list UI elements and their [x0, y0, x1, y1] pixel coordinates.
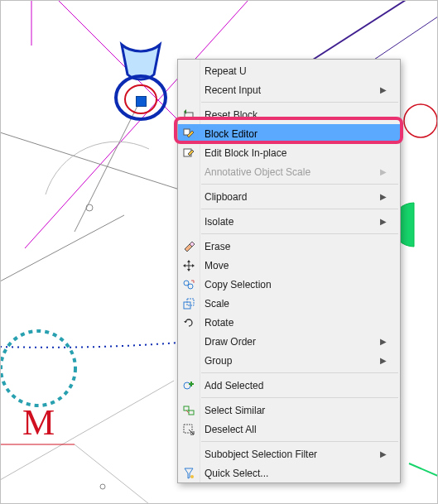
- block-editor-icon: [182, 127, 195, 141]
- menu-item-repeat-u[interactable]: Repeat U: [178, 61, 400, 80]
- svg-point-13: [1, 331, 75, 406]
- menu-item-label: Erase: [205, 241, 387, 252]
- svg-rect-28: [184, 406, 189, 410]
- svg-rect-29: [189, 410, 194, 415]
- menu-item-label: Block Editor: [205, 128, 387, 140]
- menu-item-erase[interactable]: Erase: [178, 237, 400, 256]
- move-icon: [182, 259, 195, 272]
- menu-item-label: Quick Select...: [205, 468, 387, 479]
- menu-item-label: Draw Order: [205, 336, 375, 348]
- menu-separator: [201, 184, 398, 185]
- scale-icon: [182, 297, 195, 310]
- menu-item-quick-select[interactable]: Quick Select...: [178, 463, 400, 482]
- menu-item-label: Rotate: [205, 317, 387, 329]
- block-letter-m: M: [22, 402, 55, 443]
- menu-item-scale[interactable]: Scale: [178, 294, 400, 313]
- menu-item-deselect-all[interactable]: Deselect All: [178, 420, 400, 439]
- menu-item-label: Edit Block In-place: [205, 147, 387, 159]
- menu-item-label: Annotative Object Scale: [205, 166, 375, 178]
- copy-selection-icon: [182, 278, 195, 291]
- svg-point-12: [404, 104, 437, 137]
- menu-item-add-selected[interactable]: Add Selected: [178, 376, 400, 395]
- reset-block-icon: [182, 108, 195, 122]
- menu-item-label: Group: [205, 355, 375, 367]
- menu-item-draw-order[interactable]: Draw Order▶: [178, 332, 400, 351]
- menu-item-label: Deselect All: [205, 424, 387, 435]
- menu-item-copy-selection[interactable]: Copy Selection: [178, 275, 400, 294]
- menu-item-label: Isolate: [205, 216, 375, 228]
- rotate-icon: [182, 316, 195, 329]
- menu-item-label: Move: [205, 260, 387, 271]
- menu-separator: [201, 372, 398, 373]
- menu-separator: [201, 209, 398, 209]
- cad-viewport[interactable]: M Repeat URecent Input▶Reset BlockBlock …: [0, 0, 438, 504]
- menu-item-label: Scale: [205, 298, 387, 310]
- menu-item-rotate[interactable]: Rotate: [178, 313, 400, 332]
- svg-line-17: [409, 463, 438, 476]
- menu-item-move[interactable]: Move: [178, 256, 400, 275]
- svg-point-24: [188, 284, 193, 289]
- add-selected-icon: [182, 379, 195, 392]
- submenu-arrow-icon: ▶: [380, 337, 387, 346]
- edit-in-place-icon: [182, 146, 195, 160]
- menu-separator: [201, 233, 398, 234]
- svg-line-6: [0, 215, 124, 281]
- menu-item-label: Select Similar: [205, 405, 387, 416]
- deselect-all-icon: [182, 423, 195, 436]
- quick-select-icon: [182, 467, 195, 480]
- menu-item-subobject-selection-filter[interactable]: Subobject Selection Filter▶: [178, 444, 400, 463]
- menu-item-label: Clipboard: [205, 191, 375, 203]
- svg-line-5: [0, 132, 182, 190]
- select-similar-icon: [182, 404, 195, 417]
- svg-point-31: [190, 475, 194, 478]
- menu-item-annotative-object-scale: Annotative Object Scale▶: [178, 162, 400, 181]
- submenu-arrow-icon: ▶: [380, 356, 387, 365]
- menu-separator: [201, 397, 398, 398]
- menu-item-block-editor[interactable]: Block Editor: [178, 124, 400, 143]
- menu-separator: [201, 441, 398, 442]
- menu-item-edit-block-in-place[interactable]: Edit Block In-place: [178, 143, 400, 162]
- menu-separator: [201, 102, 398, 103]
- svg-line-15: [75, 444, 149, 504]
- menu-item-reset-block[interactable]: Reset Block: [178, 105, 400, 124]
- erase-icon: [182, 240, 195, 253]
- menu-item-group[interactable]: Group▶: [178, 351, 400, 370]
- submenu-arrow-icon: ▶: [380, 167, 387, 176]
- menu-item-label: Copy Selection: [205, 279, 387, 290]
- submenu-arrow-icon: ▶: [380, 192, 387, 201]
- menu-item-label: Recent Input: [205, 84, 375, 96]
- submenu-arrow-icon: ▶: [380, 217, 387, 226]
- menu-item-isolate[interactable]: Isolate▶: [178, 212, 400, 231]
- menu-item-label: Subobject Selection Filter: [205, 449, 375, 460]
- menu-item-clipboard[interactable]: Clipboard▶: [178, 187, 400, 206]
- menu-item-label: Add Selected: [205, 380, 387, 391]
- submenu-arrow-icon: ▶: [380, 449, 387, 458]
- selection-grip[interactable]: [136, 96, 147, 107]
- svg-point-16: [100, 484, 105, 489]
- submenu-arrow-icon: ▶: [380, 85, 387, 94]
- menu-item-select-similar[interactable]: Select Similar: [178, 401, 400, 420]
- svg-point-11: [86, 204, 93, 211]
- context-menu: Repeat URecent Input▶Reset BlockBlock Ed…: [177, 59, 401, 483]
- menu-item-recent-input[interactable]: Recent Input▶: [178, 80, 400, 99]
- menu-item-label: Repeat U: [205, 65, 387, 77]
- menu-item-label: Reset Block: [205, 109, 387, 121]
